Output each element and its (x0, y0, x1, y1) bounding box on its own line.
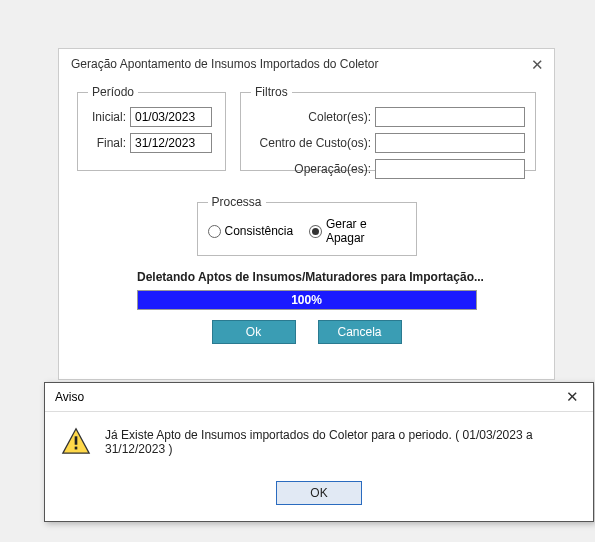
label-final: Final: (88, 136, 130, 150)
label-ccusto: Centro de Custo(os): (251, 136, 375, 150)
fieldset-processa: Processa Consistência Gerar e Apagar (197, 195, 417, 256)
status-text: Deletando Aptos de Insumos/Maturadores p… (77, 270, 536, 284)
main-dialog: Geração Apontamento de Insumos Importado… (58, 48, 555, 380)
main-content: Período Inicial: Final: Filtros Coletor(… (59, 79, 554, 344)
input-operacao[interactable] (375, 159, 525, 179)
label-inicial: Inicial: (88, 110, 130, 124)
warning-icon (61, 426, 91, 459)
ok-button[interactable]: Ok (212, 320, 296, 344)
legend-periodo: Período (88, 85, 138, 99)
main-titlebar: Geração Apontamento de Insumos Importado… (59, 49, 554, 79)
fieldset-periodo: Período Inicial: Final: (77, 85, 226, 171)
aviso-ok-button[interactable]: OK (276, 481, 362, 505)
close-icon[interactable]: ✕ (530, 57, 544, 71)
aviso-dialog: Aviso ✕ Já Existe Apto de Insumos import… (44, 382, 594, 522)
radio-label-consistencia: Consistência (225, 224, 294, 238)
input-inicial[interactable] (130, 107, 212, 127)
radio-label-gerar: Gerar e Apagar (326, 217, 406, 245)
label-operacao: Operação(es): (251, 162, 375, 176)
input-ccusto[interactable] (375, 133, 525, 153)
main-title: Geração Apontamento de Insumos Importado… (71, 57, 379, 71)
fieldset-filtros: Filtros Coletor(es): Centro de Custo(os)… (240, 85, 536, 171)
radio-icon (208, 225, 221, 238)
label-coletores: Coletor(es): (251, 110, 375, 124)
svg-rect-1 (75, 436, 78, 444)
svg-rect-2 (75, 447, 78, 450)
progress-bar: 100% (137, 290, 477, 310)
aviso-title: Aviso (55, 390, 84, 404)
radio-consistencia[interactable]: Consistência (208, 224, 294, 238)
close-icon[interactable]: ✕ (559, 387, 585, 407)
radio-icon (309, 225, 322, 238)
cancel-button[interactable]: Cancela (318, 320, 402, 344)
radio-gerar[interactable]: Gerar e Apagar (309, 217, 405, 245)
input-final[interactable] (130, 133, 212, 153)
legend-filtros: Filtros (251, 85, 292, 99)
aviso-titlebar: Aviso ✕ (45, 383, 593, 412)
aviso-message: Já Existe Apto de Insumos importados do … (105, 426, 577, 456)
progress-label: 100% (138, 291, 476, 309)
input-coletores[interactable] (375, 107, 525, 127)
legend-processa: Processa (208, 195, 266, 209)
